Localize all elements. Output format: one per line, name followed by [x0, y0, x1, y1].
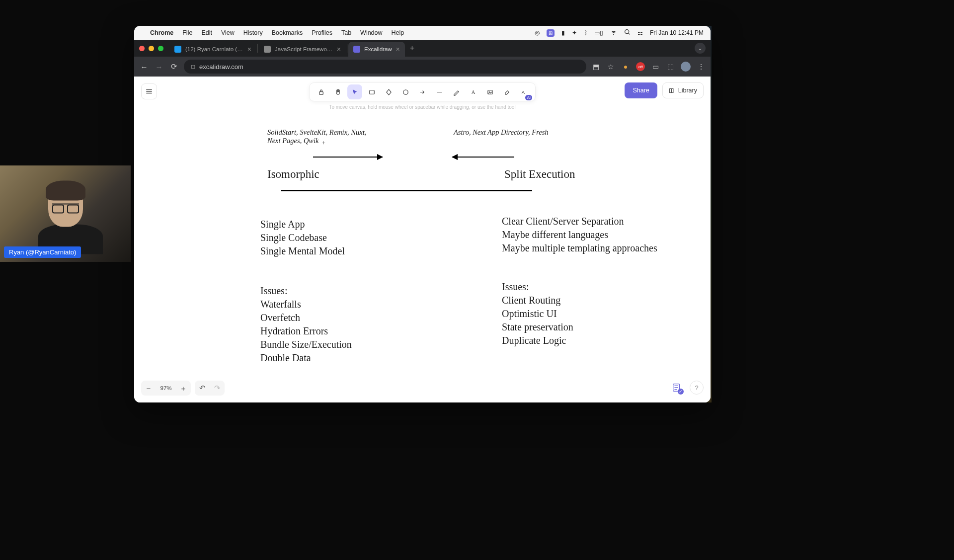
favicon-icon: [353, 46, 360, 53]
address-bar[interactable]: ⊡ excalidraw.com: [184, 60, 586, 74]
svg-line-1: [629, 33, 630, 34]
menu-view[interactable]: View: [221, 29, 235, 36]
close-window-button[interactable]: [139, 46, 145, 51]
menu-bookmarks[interactable]: Bookmarks: [272, 29, 303, 36]
diagram-bullets-right: Clear Client/Server Separation Maybe dif…: [502, 215, 657, 255]
menubar-clock[interactable]: Fri Jan 10 12:41 PM: [650, 29, 704, 36]
undo-button[interactable]: ↶: [195, 381, 210, 396]
menubar-app-name[interactable]: Chrome: [150, 29, 173, 36]
diagram-frameworks-left: SolidStart, SvelteKit, Remix, Nuxt, Next…: [267, 128, 366, 145]
close-tab-icon[interactable]: ×: [337, 45, 341, 53]
diagram-issues-right: Issues: Client Routing Optimistic UI Sta…: [502, 280, 573, 347]
zoom-level[interactable]: 97%: [156, 381, 176, 396]
tab-twitter[interactable]: (12) Ryan Carniato (@ryansol… ×: [169, 42, 256, 57]
menu-history[interactable]: History: [243, 29, 263, 36]
maximize-window-button[interactable]: [158, 46, 163, 51]
control-center-icon[interactable]: ⚏: [637, 29, 643, 36]
zoom-out-button[interactable]: −: [141, 381, 156, 396]
install-app-icon[interactable]: ⬒: [591, 62, 600, 71]
excalidraw-plus-icon[interactable]: ✓: [669, 380, 685, 396]
site-info-icon[interactable]: ⊡: [191, 64, 195, 70]
webcam-label: Ryan (@RyanCarniato): [4, 246, 81, 258]
chrome-tab-strip: (12) Ryan Carniato (@ryansol… × JavaScri…: [134, 40, 711, 57]
close-tab-icon[interactable]: ×: [247, 45, 251, 53]
arrow-left-icon: [452, 157, 514, 158]
tab-title: JavaScript Frameworks - Hea…: [275, 46, 333, 52]
tab-divider: [347, 44, 347, 53]
redo-button[interactable]: ↷: [210, 381, 225, 396]
excalidraw-app: A A AI Share Library To move canvas, hol…: [134, 77, 711, 402]
reload-button[interactable]: ⟳: [169, 62, 179, 71]
menu-help[interactable]: Help: [392, 29, 404, 36]
menu-window[interactable]: Window: [360, 29, 382, 36]
chrome-toolbar: ← → ⟳ ⊡ excalidraw.com ⬒ ☆ ● off ▭ ⬚ ⋮: [134, 57, 711, 77]
menu-profiles[interactable]: Profiles: [312, 29, 332, 36]
excalidraw-canvas[interactable]: SolidStart, SvelteKit, Remix, Nuxt, Next…: [134, 77, 711, 402]
tab-title: (12) Ryan Carniato (@ryansol…: [185, 46, 243, 52]
diagram-heading-split: Split Execution: [504, 168, 575, 181]
menu-tab[interactable]: Tab: [341, 29, 351, 36]
tab-excalidraw[interactable]: Excalidraw ×: [348, 42, 405, 57]
diagram-frameworks-right: Astro, Next App Directory, Fresh: [454, 128, 549, 137]
chrome-menu-icon[interactable]: ⋮: [697, 62, 706, 71]
help-button[interactable]: ?: [690, 381, 704, 395]
battery-icon[interactable]: ▭▯: [594, 29, 603, 36]
cursor-plus-icon: +: [322, 140, 325, 147]
status-icon[interactable]: ◎: [535, 29, 540, 36]
tab-frameworks[interactable]: JavaScript Frameworks - Hea… ×: [259, 42, 346, 57]
status-icon[interactable]: ✦: [572, 29, 577, 36]
diagram-heading-isomorphic: Isomorphic: [267, 168, 319, 181]
extension-icon[interactable]: ●: [621, 62, 630, 71]
chrome-window: Chrome File Edit View History Bookmarks …: [134, 26, 711, 402]
extension-badge-icon[interactable]: off: [636, 62, 645, 71]
url-text: excalidraw.com: [199, 63, 243, 71]
webcam-person: [38, 185, 93, 249]
tab-search-button[interactable]: ⌄: [695, 43, 706, 54]
close-tab-icon[interactable]: ×: [396, 45, 400, 53]
new-tab-button[interactable]: +: [410, 44, 414, 53]
arrow-right-icon: [313, 157, 383, 158]
svg-point-0: [625, 30, 629, 34]
tab-divider: [257, 44, 258, 53]
extensions-menu-icon[interactable]: ⬚: [666, 62, 675, 71]
menu-file[interactable]: File: [182, 29, 192, 36]
profile-avatar[interactable]: [681, 62, 691, 72]
webcam-feed: Ryan (@RyanCarniato): [0, 165, 131, 262]
divider-line: [281, 190, 532, 191]
back-button[interactable]: ←: [139, 63, 149, 71]
menu-edit[interactable]: Edit: [201, 29, 212, 36]
window-controls: [139, 46, 163, 51]
bluetooth-icon[interactable]: ᛒ: [584, 29, 587, 36]
macos-menubar: Chrome File Edit View History Bookmarks …: [134, 26, 711, 40]
forward-button[interactable]: →: [154, 63, 164, 71]
status-icon[interactable]: ▮: [561, 29, 565, 36]
favicon-icon: [264, 46, 271, 53]
wifi-icon[interactable]: [610, 29, 617, 37]
bookmark-icon[interactable]: ☆: [606, 62, 615, 71]
diagram-issues-left: Issues: Waterfalls Overfetch Hydration E…: [260, 284, 352, 365]
favicon-icon: [174, 46, 181, 53]
status-icon[interactable]: ⊞: [547, 29, 555, 37]
search-icon[interactable]: [624, 29, 631, 37]
zoom-in-button[interactable]: +: [176, 381, 191, 396]
minimize-window-button[interactable]: [149, 46, 154, 51]
diagram-bullets-left: Single App Single Codebase Single Mental…: [260, 218, 345, 258]
extension-icon[interactable]: ▭: [651, 62, 660, 71]
zoom-controls: − 97% + ↶ ↷: [141, 381, 225, 396]
tab-title: Excalidraw: [364, 46, 392, 52]
